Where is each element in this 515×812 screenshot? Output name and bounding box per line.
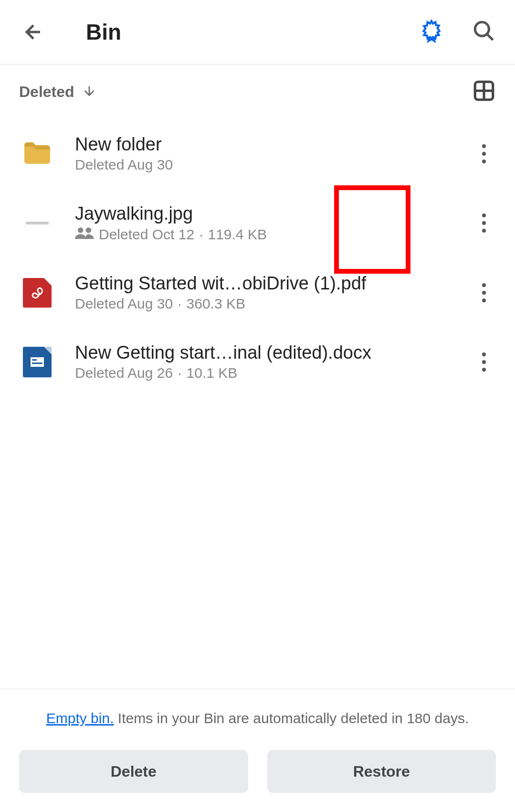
arrow-left-icon bbox=[22, 21, 45, 43]
deleted-date: Deleted Oct 12 bbox=[99, 226, 194, 243]
file-meta: Deleted Aug 30 bbox=[75, 157, 472, 173]
deleted-date: Deleted Aug 30 bbox=[75, 296, 173, 312]
file-size: 360.3 KB bbox=[187, 296, 245, 312]
svg-point-9 bbox=[482, 229, 486, 233]
svg-point-7 bbox=[482, 214, 486, 217]
grid-icon bbox=[472, 79, 496, 103]
file-name: Getting Started wit…obiDrive (1).pdf bbox=[75, 273, 472, 294]
file-meta: Deleted Aug 26 · 10.1 KB bbox=[75, 365, 472, 381]
svg-point-11 bbox=[482, 291, 486, 295]
svg-point-2 bbox=[482, 144, 486, 148]
search-button[interactable] bbox=[472, 19, 496, 45]
sort-direction-icon bbox=[82, 83, 97, 100]
list-item[interactable]: New folder Deleted Aug 30 bbox=[0, 119, 515, 188]
premium-badge-button[interactable] bbox=[420, 19, 443, 45]
deleted-date: Deleted Aug 26 bbox=[75, 365, 173, 381]
empty-bin-link[interactable]: Empty bin. bbox=[46, 710, 114, 726]
more-vertical-icon bbox=[482, 353, 486, 372]
pdf-icon bbox=[19, 275, 55, 310]
restore-button[interactable]: Restore bbox=[267, 750, 496, 793]
file-details: New folder Deleted Aug 30 bbox=[75, 134, 472, 173]
separator: · bbox=[178, 365, 181, 381]
header-bar: Bin bbox=[0, 0, 515, 64]
footer-info: Empty bin. Items in your Bin are automat… bbox=[19, 708, 496, 728]
svg-point-0 bbox=[475, 22, 489, 36]
list-item[interactable]: Jaywalking.jpg Deleted Oct 12 · 119.4 KB bbox=[0, 188, 515, 258]
more-options-button[interactable] bbox=[472, 348, 496, 376]
file-details: Getting Started wit…obiDrive (1).pdf Del… bbox=[75, 273, 472, 312]
footer-actions: Delete Restore bbox=[19, 750, 496, 793]
more-options-button[interactable] bbox=[472, 209, 496, 237]
footer-info-text: Items in your Bin are automatically dele… bbox=[114, 710, 469, 726]
svg-point-4 bbox=[482, 160, 486, 163]
view-toggle-button[interactable] bbox=[472, 79, 496, 105]
file-size: 10.1 KB bbox=[187, 365, 238, 381]
more-vertical-icon bbox=[482, 144, 486, 163]
svg-point-15 bbox=[482, 368, 486, 372]
docx-icon bbox=[19, 344, 55, 380]
footer: Empty bin. Items in your Bin are automat… bbox=[0, 689, 515, 812]
header-actions bbox=[420, 19, 496, 45]
shared-icon bbox=[75, 226, 94, 243]
svg-point-12 bbox=[482, 299, 486, 302]
svg-point-8 bbox=[482, 221, 486, 225]
svg-point-6 bbox=[86, 227, 92, 233]
sort-button[interactable]: Deleted bbox=[19, 83, 97, 101]
file-details: New Getting start…inal (edited).docx Del… bbox=[75, 342, 472, 381]
file-details: Jaywalking.jpg Deleted Oct 12 · 119.4 KB bbox=[75, 203, 472, 243]
svg-point-14 bbox=[482, 360, 486, 364]
back-button[interactable] bbox=[19, 18, 48, 46]
svg-point-10 bbox=[482, 283, 486, 287]
svg-point-3 bbox=[482, 152, 486, 156]
file-meta: Deleted Aug 30 · 360.3 KB bbox=[75, 296, 472, 312]
folder-icon bbox=[19, 136, 55, 171]
deleted-date: Deleted Aug 30 bbox=[75, 157, 173, 173]
file-size: 119.4 KB bbox=[208, 226, 266, 243]
badge-icon bbox=[420, 19, 443, 43]
more-options-button[interactable] bbox=[472, 139, 496, 168]
file-list: New folder Deleted Aug 30 Jaywalking.jpg… bbox=[0, 119, 515, 396]
svg-point-13 bbox=[482, 353, 486, 356]
separator: · bbox=[178, 296, 181, 312]
separator: · bbox=[199, 226, 203, 243]
more-options-button[interactable] bbox=[472, 278, 496, 307]
more-vertical-icon bbox=[482, 283, 486, 302]
image-icon bbox=[19, 205, 55, 241]
sort-bar: Deleted bbox=[0, 64, 515, 119]
list-item[interactable]: New Getting start…inal (edited).docx Del… bbox=[0, 327, 515, 396]
page-title: Bin bbox=[86, 19, 420, 45]
file-meta: Deleted Oct 12 · 119.4 KB bbox=[75, 226, 472, 243]
more-vertical-icon bbox=[482, 214, 486, 233]
sort-label: Deleted bbox=[19, 83, 74, 101]
file-name: Jaywalking.jpg bbox=[75, 203, 472, 224]
delete-button[interactable]: Delete bbox=[19, 750, 248, 793]
search-icon bbox=[472, 19, 496, 43]
file-name: New Getting start…inal (edited).docx bbox=[75, 342, 472, 363]
list-item[interactable]: Getting Started wit…obiDrive (1).pdf Del… bbox=[0, 258, 515, 327]
file-name: New folder bbox=[75, 134, 472, 155]
svg-point-5 bbox=[78, 227, 84, 233]
